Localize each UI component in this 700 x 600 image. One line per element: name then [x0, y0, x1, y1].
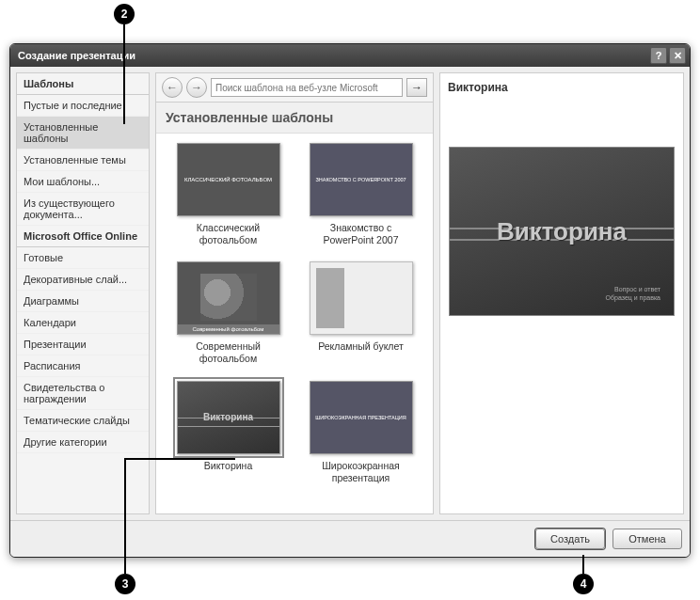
- callout-3: 3: [115, 574, 135, 594]
- nav-back-button[interactable]: ←: [162, 77, 183, 98]
- sidebar-item-calendars[interactable]: Календари: [17, 312, 149, 334]
- callout-2-line: [123, 24, 125, 124]
- thumb-label: Современный фотоальбом: [172, 340, 285, 365]
- template-modern-album[interactable]: Современный фотоальбом Современный фотоа…: [162, 256, 294, 374]
- sidebar-item-decorative[interactable]: Декоративные слай...: [17, 269, 149, 291]
- search-go-button[interactable]: →: [406, 78, 427, 97]
- cancel-button[interactable]: Отмена: [612, 529, 682, 549]
- titlebar: Создание презентации ? ✕: [10, 44, 690, 67]
- sidebar-item-presentations[interactable]: Презентации: [17, 334, 149, 355]
- sidebar-item-installed-templates[interactable]: Установленные шаблоны: [17, 117, 149, 150]
- thumb-label: Классический фотоальбом: [172, 222, 285, 246]
- thumb-label: Знакомство с PowerPoint 2007: [305, 222, 418, 246]
- search-input[interactable]: [211, 78, 403, 97]
- template-gallery-panel: ← → → Установленные шаблоны КЛАССИЧЕСКИЙ…: [155, 72, 434, 514]
- sidebar-item-certificates[interactable]: Свидетельства о награждении: [17, 377, 149, 410]
- preview-panel: Викторина Викторина Вопрос и ответ Образ…: [439, 72, 684, 514]
- preview-main-text: Викторина: [497, 217, 627, 246]
- sidebar-item-blank-recent[interactable]: Пустые и последние: [17, 95, 149, 117]
- sidebar-item-from-existing[interactable]: Из существующего документа...: [17, 193, 149, 226]
- template-widescreen[interactable]: ШИРОКОЭКРАННАЯ ПРЕЗЕНТАЦИЯ Широкоэкранна…: [294, 375, 427, 494]
- thumb-label: Рекламный буклет: [318, 340, 404, 353]
- dialog-body: Шаблоны Пустые и последние Установленные…: [10, 67, 690, 520]
- callout-3-line-h: [124, 458, 235, 460]
- sidebar-item-other-categories[interactable]: Другие категории: [17, 432, 149, 453]
- create-button[interactable]: Создать: [535, 529, 605, 549]
- template-gallery[interactable]: КЛАССИЧЕСКИЙ ФОТОАЛЬБОМ Классический фот…: [156, 134, 433, 513]
- thumb-quiz: Викторина: [177, 381, 280, 454]
- thumb-widescreen: ШИРОКОЭКРАННАЯ ПРЕЗЕНТАЦИЯ: [310, 381, 413, 454]
- thumb-pp2007: ЗНАКОМСТВО С POWERPOINT 2007: [310, 143, 413, 216]
- sidebar-item-featured[interactable]: Готовые: [17, 247, 149, 269]
- template-brochure[interactable]: Рекламный буклет: [294, 256, 427, 374]
- thumb-label: Широкоэкранная презентация: [305, 460, 418, 484]
- dialog-buttons: Создать Отмена: [10, 520, 690, 557]
- new-presentation-dialog: Создание презентации ? ✕ Шаблоны Пустые …: [9, 43, 691, 558]
- callout-3-line-v: [124, 459, 126, 574]
- preview-title: Викторина: [448, 81, 676, 94]
- gallery-heading: Установленные шаблоны: [156, 103, 433, 134]
- sidebar-header-templates: Шаблоны: [17, 73, 149, 95]
- sidebar-item-diagrams[interactable]: Диаграммы: [17, 291, 149, 312]
- sunflower-icon: [200, 274, 257, 321]
- template-quiz[interactable]: Викторина Викторина: [162, 375, 294, 494]
- thumb-classic-album: КЛАССИЧЕСКИЙ ФОТОАЛЬБОМ: [177, 143, 280, 216]
- sidebar-item-theme-slides[interactable]: Тематические слайды: [17, 410, 149, 432]
- thumb-brochure: [310, 261, 413, 335]
- thumb-label: Викторина: [204, 460, 252, 472]
- sidebar-item-my-templates[interactable]: Мои шаблоны...: [17, 171, 149, 193]
- help-button[interactable]: ?: [650, 47, 667, 64]
- preview-image: Викторина Вопрос и ответ Образец и правк…: [449, 147, 675, 316]
- template-classic-album[interactable]: КЛАССИЧЕСКИЙ ФОТОАЛЬБОМ Классический фот…: [162, 137, 294, 256]
- nav-forward-button[interactable]: →: [186, 77, 207, 98]
- sidebar-item-schedules[interactable]: Расписания: [17, 355, 149, 377]
- close-button[interactable]: ✕: [669, 47, 686, 64]
- callout-4-line: [582, 555, 584, 574]
- callout-4: 4: [573, 574, 594, 594]
- nav-toolbar: ← → →: [156, 73, 433, 103]
- sidebar: Шаблоны Пустые и последние Установленные…: [16, 72, 150, 514]
- template-powerpoint-2007[interactable]: ЗНАКОМСТВО С POWERPOINT 2007 Знакомство …: [294, 137, 427, 256]
- sidebar-item-installed-themes[interactable]: Установленные темы: [17, 150, 149, 171]
- sidebar-header-office-online: Microsoft Office Online: [17, 226, 149, 247]
- preview-sub-text: Вопрос и ответ Образец и правка: [606, 285, 660, 302]
- thumb-modern-album: Современный фотоальбом: [177, 261, 280, 335]
- dialog-title: Создание презентации: [18, 50, 648, 61]
- callout-2: 2: [114, 4, 135, 24]
